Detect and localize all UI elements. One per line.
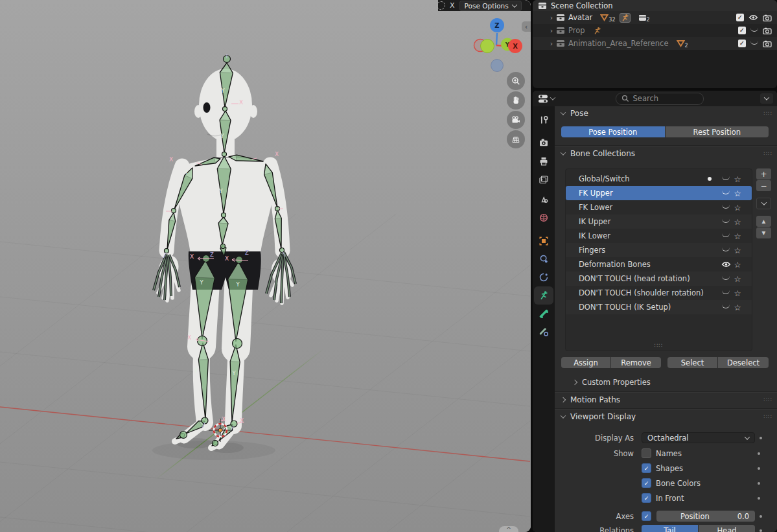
solo-star-icon[interactable]: ☆ <box>732 174 743 184</box>
solo-star-icon[interactable]: ☆ <box>732 231 743 241</box>
eye-closed-icon[interactable] <box>722 275 730 280</box>
panel-grip-icon[interactable]: ∷∷ <box>764 397 772 403</box>
tab-output[interactable] <box>533 152 555 170</box>
select-button[interactable]: Select <box>667 357 717 368</box>
animate-dot[interactable] <box>758 497 760 500</box>
expand-arrow-icon[interactable]: › <box>547 27 556 35</box>
checkbox-unchecked[interactable] <box>642 448 651 458</box>
bone-collection-row[interactable]: Deformation Bones <box>566 257 752 272</box>
tab-tool[interactable] <box>533 111 555 130</box>
relations-head-button[interactable]: Head <box>699 525 755 532</box>
animate-dot[interactable] <box>758 482 760 485</box>
camera-visibility-icon[interactable] <box>763 27 772 34</box>
panel-grip-icon[interactable]: ∷∷ <box>764 413 772 420</box>
3d-viewport[interactable]: YYYYYYYYYXXXXXXXXZZ X Pose Options <box>0 0 531 532</box>
bone-collection-row[interactable]: FK Lower ☆ <box>566 200 752 214</box>
timeline-expand-tab[interactable]: ^ <box>499 526 518 532</box>
outliner-row[interactable]: › Avatar 32 <box>533 11 777 24</box>
axes-position-slider[interactable]: Position 0.0 <box>656 511 755 522</box>
panel-grip-icon[interactable]: ∷∷ <box>764 110 772 117</box>
eye-open-icon[interactable] <box>748 14 758 21</box>
camera-visibility-icon[interactable] <box>763 40 772 47</box>
remove-collection-button[interactable]: − <box>756 180 771 191</box>
viewport-display-panel-header[interactable]: Viewport Display ∷∷ <box>555 410 777 423</box>
tab-object-data[interactable] <box>534 286 553 305</box>
outliner-row[interactable]: › Animation_Area_Reference 2 <box>533 37 777 50</box>
tab-world[interactable] <box>533 209 555 227</box>
bone-collection-row[interactable]: Global/Switch ☆ <box>566 172 752 186</box>
pan-button[interactable] <box>507 91 525 110</box>
tab-render[interactable] <box>533 133 555 152</box>
move-up-button[interactable]: ▲ <box>756 216 771 227</box>
tab-object[interactable] <box>533 232 555 250</box>
solo-star-icon[interactable]: ☆ <box>732 203 743 213</box>
solo-star-icon[interactable]: ☆ <box>732 189 743 198</box>
remove-button[interactable]: Remove <box>611 357 661 368</box>
eye-closed-icon[interactable] <box>722 233 730 237</box>
eye-closed-icon[interactable] <box>750 40 758 45</box>
checkbox-checked[interactable]: ✓ <box>642 478 651 488</box>
camera-visibility-icon[interactable] <box>763 14 772 21</box>
display-as-dropdown[interactable]: Octahedral <box>642 432 755 443</box>
checkbox-checked[interactable]: ✓ <box>642 463 651 473</box>
bone-collections-panel-header[interactable]: Bone Collections ∷∷ <box>555 146 777 159</box>
bone-collection-row[interactable]: DON'T TOUCH (head rotation) <box>566 272 752 286</box>
axes-checkbox[interactable]: ✓ <box>642 511 651 521</box>
selectability-checkbox[interactable]: ✓ <box>738 40 746 47</box>
eye-closed-icon[interactable] <box>722 304 730 308</box>
mirror-x-toggle[interactable]: X <box>450 1 455 10</box>
motion-paths-panel-header[interactable]: Motion Paths ∷∷ <box>555 393 777 406</box>
navigation-gizmo[interactable]: Y X Z <box>467 16 526 75</box>
eye-closed-icon[interactable] <box>722 247 730 251</box>
bone-collection-row[interactable]: IK Lower ☆ <box>566 229 752 243</box>
eye-closed-icon[interactable] <box>750 27 758 32</box>
tab-view-layer[interactable] <box>533 171 555 189</box>
eye-closed-icon[interactable] <box>722 176 730 180</box>
editor-type-button[interactable] <box>533 94 559 104</box>
expand-arrow-icon[interactable]: › <box>547 40 556 48</box>
solo-star-icon[interactable]: ☆ <box>732 217 743 227</box>
tab-bone[interactable] <box>533 305 555 323</box>
eye-closed-icon[interactable] <box>722 218 730 223</box>
tab-bone-constraints[interactable] <box>533 323 555 341</box>
solo-star-icon[interactable]: ☆ <box>732 288 743 298</box>
pose-options-dropdown[interactable]: Pose Options <box>459 1 522 11</box>
bone-collection-row[interactable]: IK Upper ☆ <box>566 214 752 229</box>
rest-position-button[interactable]: Rest Position <box>666 126 769 137</box>
checkbox-checked[interactable]: ✓ <box>642 493 651 503</box>
solo-star-icon[interactable]: ☆ <box>732 260 743 270</box>
collection-specials-button[interactable] <box>756 198 771 209</box>
animate-dot[interactable] <box>760 529 762 532</box>
3d-viewport-scene[interactable]: YYYYYYYYYXXXXXXXXZZ <box>0 0 531 532</box>
bone-collection-row[interactable]: FK Upper ☆ <box>566 186 752 200</box>
selectability-checkbox[interactable]: ✓ <box>736 14 744 21</box>
expand-arrow-icon[interactable]: › <box>547 14 556 22</box>
pose-panel-header[interactable]: Pose ∷∷ <box>555 106 777 119</box>
eye-closed-icon[interactable] <box>722 204 730 209</box>
add-collection-button[interactable]: + <box>756 168 771 179</box>
pose-position-button[interactable]: Pose Position <box>561 126 665 137</box>
proportional-editing-icon[interactable] <box>437 1 445 10</box>
selectability-checkbox[interactable]: ✓ <box>738 27 746 34</box>
relations-tail-button[interactable]: Tail <box>642 525 698 532</box>
tab-physics[interactable] <box>533 268 555 286</box>
bone-collection-row[interactable]: Fingers ☆ <box>566 243 752 257</box>
animate-dot[interactable] <box>758 452 760 455</box>
solo-star-icon[interactable]: ☆ <box>732 303 743 312</box>
eye-open-icon[interactable] <box>721 261 731 268</box>
scene-collection-row[interactable]: Scene Collection <box>533 0 777 11</box>
tab-scene[interactable] <box>533 190 555 208</box>
eye-closed-icon[interactable] <box>722 290 730 294</box>
camera-view-button[interactable] <box>507 111 525 129</box>
filter-options-button[interactable] <box>760 93 773 104</box>
gizmo-neg-z[interactable] <box>491 60 504 72</box>
custom-properties-subpanel-header[interactable]: Custom Properties <box>555 377 777 387</box>
zoom-button[interactable] <box>507 72 525 90</box>
deselect-button[interactable]: Deselect <box>718 357 769 368</box>
eye-closed-icon[interactable] <box>722 190 730 194</box>
sidebar-collapse-tab[interactable]: ‹ <box>522 21 531 32</box>
panel-grip-icon[interactable]: ∷∷ <box>764 150 772 157</box>
tab-constraints[interactable] <box>533 250 555 268</box>
animate-dot[interactable] <box>758 467 760 470</box>
solo-star-icon[interactable]: ☆ <box>732 274 743 284</box>
